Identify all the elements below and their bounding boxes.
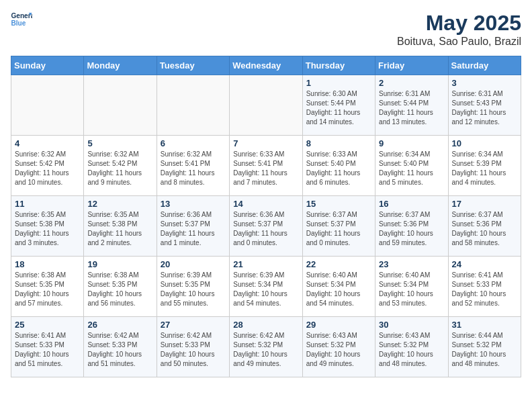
day-number: 11 [15, 199, 80, 209]
day-number: 16 [379, 199, 444, 209]
logo-icon: General Blue [11, 11, 32, 30]
day-number: 5 [87, 138, 152, 148]
day-number: 4 [15, 138, 80, 148]
day-number: 12 [87, 199, 152, 209]
day-number: 9 [379, 138, 444, 148]
day-info: Sunrise: 6:40 AM Sunset: 5:34 PM Dayligh… [306, 271, 371, 308]
table-cell: 24Sunrise: 6:41 AM Sunset: 5:33 PM Dayli… [448, 257, 521, 317]
day-info: Sunrise: 6:42 AM Sunset: 5:33 PM Dayligh… [161, 331, 226, 369]
day-number: 14 [233, 199, 298, 209]
day-number: 10 [452, 138, 517, 148]
table-cell [84, 75, 157, 136]
day-info: Sunrise: 6:34 AM Sunset: 5:40 PM Dayligh… [379, 150, 444, 187]
day-info: Sunrise: 6:43 AM Sunset: 5:32 PM Dayligh… [379, 331, 444, 369]
day-number: 28 [233, 320, 298, 330]
day-number: 6 [161, 138, 226, 148]
day-info: Sunrise: 6:39 AM Sunset: 5:34 PM Dayligh… [233, 271, 298, 308]
calendar-subtitle: Boituva, Sao Paulo, Brazil [397, 36, 521, 48]
table-cell: 17Sunrise: 6:37 AM Sunset: 5:36 PM Dayli… [448, 196, 521, 257]
table-cell: 14Sunrise: 6:36 AM Sunset: 5:37 PM Dayli… [230, 196, 302, 257]
weekday-header-thursday: Thursday [302, 56, 375, 75]
day-info: Sunrise: 6:32 AM Sunset: 5:41 PM Dayligh… [161, 150, 226, 187]
day-info: Sunrise: 6:38 AM Sunset: 5:35 PM Dayligh… [87, 271, 152, 308]
day-number: 15 [306, 199, 371, 209]
table-cell: 26Sunrise: 6:42 AM Sunset: 5:33 PM Dayli… [84, 317, 157, 377]
table-cell [157, 75, 229, 136]
table-cell: 15Sunrise: 6:37 AM Sunset: 5:37 PM Dayli… [302, 196, 375, 257]
day-info: Sunrise: 6:30 AM Sunset: 5:44 PM Dayligh… [306, 89, 371, 127]
table-cell: 7Sunrise: 6:33 AM Sunset: 5:41 PM Daylig… [230, 136, 302, 196]
table-cell: 10Sunrise: 6:34 AM Sunset: 5:39 PM Dayli… [448, 136, 521, 196]
day-info: Sunrise: 6:31 AM Sunset: 5:44 PM Dayligh… [379, 89, 444, 127]
day-number: 29 [306, 320, 371, 330]
table-cell: 8Sunrise: 6:33 AM Sunset: 5:40 PM Daylig… [302, 136, 375, 196]
day-number: 24 [452, 259, 517, 269]
table-cell: 29Sunrise: 6:43 AM Sunset: 5:32 PM Dayli… [302, 317, 375, 377]
table-cell: 16Sunrise: 6:37 AM Sunset: 5:36 PM Dayli… [375, 196, 448, 257]
day-number: 17 [452, 199, 517, 209]
day-info: Sunrise: 6:36 AM Sunset: 5:37 PM Dayligh… [161, 210, 226, 248]
weekday-header-row: SundayMondayTuesdayWednesdayThursdayFrid… [11, 56, 521, 75]
day-number: 21 [233, 259, 298, 269]
week-row-1: 1Sunrise: 6:30 AM Sunset: 5:44 PM Daylig… [11, 75, 521, 136]
week-row-4: 18Sunrise: 6:38 AM Sunset: 5:35 PM Dayli… [11, 257, 521, 317]
day-number: 13 [161, 199, 226, 209]
table-cell: 25Sunrise: 6:41 AM Sunset: 5:33 PM Dayli… [11, 317, 84, 377]
weekday-header-sunday: Sunday [11, 56, 84, 75]
calendar-table: SundayMondayTuesdayWednesdayThursdayFrid… [11, 56, 521, 377]
day-number: 22 [306, 259, 371, 269]
day-number: 3 [452, 78, 517, 88]
table-cell: 9Sunrise: 6:34 AM Sunset: 5:40 PM Daylig… [375, 136, 448, 196]
day-number: 25 [15, 320, 80, 330]
day-info: Sunrise: 6:40 AM Sunset: 5:34 PM Dayligh… [379, 271, 444, 308]
day-info: Sunrise: 6:33 AM Sunset: 5:41 PM Dayligh… [233, 150, 298, 187]
table-cell: 23Sunrise: 6:40 AM Sunset: 5:34 PM Dayli… [375, 257, 448, 317]
table-cell: 13Sunrise: 6:36 AM Sunset: 5:37 PM Dayli… [157, 196, 229, 257]
day-info: Sunrise: 6:37 AM Sunset: 5:36 PM Dayligh… [379, 210, 444, 248]
day-number: 19 [87, 259, 152, 269]
day-number: 2 [379, 78, 444, 88]
day-info: Sunrise: 6:33 AM Sunset: 5:40 PM Dayligh… [306, 150, 371, 187]
day-info: Sunrise: 6:36 AM Sunset: 5:37 PM Dayligh… [233, 210, 298, 248]
calendar-title: May 2025 [397, 11, 521, 36]
table-cell: 31Sunrise: 6:44 AM Sunset: 5:32 PM Dayli… [448, 317, 521, 377]
logo: General Blue [11, 11, 32, 30]
day-info: Sunrise: 6:42 AM Sunset: 5:32 PM Dayligh… [233, 331, 298, 369]
day-number: 20 [161, 259, 226, 269]
day-info: Sunrise: 6:43 AM Sunset: 5:32 PM Dayligh… [306, 331, 371, 369]
table-cell: 22Sunrise: 6:40 AM Sunset: 5:34 PM Dayli… [302, 257, 375, 317]
table-cell: 21Sunrise: 6:39 AM Sunset: 5:34 PM Dayli… [230, 257, 302, 317]
day-number: 18 [15, 259, 80, 269]
table-cell [230, 75, 302, 136]
day-number: 27 [161, 320, 226, 330]
page-header: General Blue May 2025 Boituva, Sao Paulo… [11, 11, 521, 48]
table-cell: 4Sunrise: 6:32 AM Sunset: 5:42 PM Daylig… [11, 136, 84, 196]
table-cell: 6Sunrise: 6:32 AM Sunset: 5:41 PM Daylig… [157, 136, 229, 196]
day-info: Sunrise: 6:31 AM Sunset: 5:43 PM Dayligh… [452, 89, 517, 127]
day-info: Sunrise: 6:34 AM Sunset: 5:39 PM Dayligh… [452, 150, 517, 187]
day-info: Sunrise: 6:39 AM Sunset: 5:35 PM Dayligh… [161, 271, 226, 308]
day-number: 1 [306, 78, 371, 88]
table-cell: 19Sunrise: 6:38 AM Sunset: 5:35 PM Dayli… [84, 257, 157, 317]
table-cell: 20Sunrise: 6:39 AM Sunset: 5:35 PM Dayli… [157, 257, 229, 317]
table-cell: 11Sunrise: 6:35 AM Sunset: 5:38 PM Dayli… [11, 196, 84, 257]
table-cell: 12Sunrise: 6:35 AM Sunset: 5:38 PM Dayli… [84, 196, 157, 257]
weekday-header-wednesday: Wednesday [230, 56, 302, 75]
weekday-header-friday: Friday [375, 56, 448, 75]
day-number: 23 [379, 259, 444, 269]
day-number: 7 [233, 138, 298, 148]
weekday-header-saturday: Saturday [448, 56, 521, 75]
day-info: Sunrise: 6:32 AM Sunset: 5:42 PM Dayligh… [87, 150, 152, 187]
day-number: 30 [379, 320, 444, 330]
table-cell: 30Sunrise: 6:43 AM Sunset: 5:32 PM Dayli… [375, 317, 448, 377]
table-cell: 5Sunrise: 6:32 AM Sunset: 5:42 PM Daylig… [84, 136, 157, 196]
week-row-3: 11Sunrise: 6:35 AM Sunset: 5:38 PM Dayli… [11, 196, 521, 257]
svg-text:Blue: Blue [11, 19, 26, 27]
day-info: Sunrise: 6:35 AM Sunset: 5:38 PM Dayligh… [15, 210, 80, 248]
table-cell: 18Sunrise: 6:38 AM Sunset: 5:35 PM Dayli… [11, 257, 84, 317]
day-number: 31 [452, 320, 517, 330]
week-row-5: 25Sunrise: 6:41 AM Sunset: 5:33 PM Dayli… [11, 317, 521, 377]
week-row-2: 4Sunrise: 6:32 AM Sunset: 5:42 PM Daylig… [11, 136, 521, 196]
table-cell: 3Sunrise: 6:31 AM Sunset: 5:43 PM Daylig… [448, 75, 521, 136]
table-cell: 1Sunrise: 6:30 AM Sunset: 5:44 PM Daylig… [302, 75, 375, 136]
